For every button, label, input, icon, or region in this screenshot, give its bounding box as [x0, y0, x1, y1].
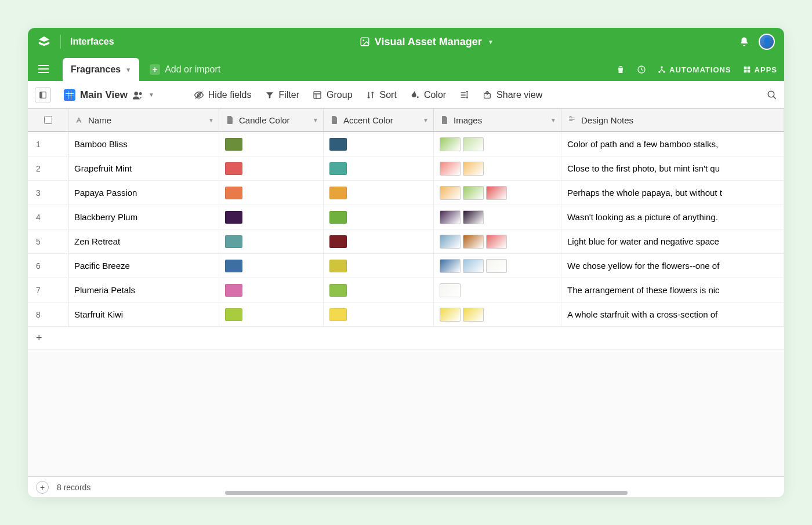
cell-design-notes[interactable]: Perhaps the whole papaya, but without t	[561, 181, 784, 205]
automations-button[interactable]: AUTOMATIONS	[658, 65, 731, 74]
chevron-down-icon[interactable]: ▼	[423, 117, 429, 123]
cell-accent-color[interactable]	[324, 156, 434, 180]
image-thumbnail[interactable]	[486, 235, 507, 249]
image-thumbnail[interactable]	[486, 259, 507, 273]
table-row[interactable]: 2Grapefruit MintClose to the first photo…	[28, 156, 784, 181]
cell-design-notes[interactable]: We chose yellow for the flowers--one of	[561, 254, 784, 278]
group-button[interactable]: Group	[312, 90, 352, 100]
tab-fragrances[interactable]: Fragrances ▼	[63, 58, 139, 81]
search-button[interactable]	[767, 90, 777, 100]
column-header-candle-color[interactable]: Candle Color ▼	[219, 109, 324, 131]
cell-design-notes[interactable]: Light blue for water and negative space	[561, 229, 784, 253]
horizontal-scrollbar[interactable]	[225, 491, 628, 495]
cell-images[interactable]	[434, 254, 561, 278]
hide-fields-button[interactable]: Hide fields	[194, 90, 252, 100]
cell-name[interactable]: Grapefruit Mint	[68, 156, 219, 180]
cell-accent-color[interactable]	[324, 302, 434, 326]
select-all-checkbox[interactable]	[44, 116, 52, 124]
chevron-down-icon[interactable]: ▼	[313, 117, 318, 123]
apps-button[interactable]: APPS	[743, 65, 777, 74]
cell-images[interactable]	[434, 156, 561, 180]
select-all-column[interactable]	[28, 109, 68, 131]
cell-accent-color[interactable]	[324, 181, 434, 205]
column-header-design-notes[interactable]: Design Notes	[561, 109, 784, 131]
base-title[interactable]: Visual Asset Manager ▼	[114, 36, 739, 48]
image-thumbnail[interactable]	[463, 235, 484, 249]
cell-images[interactable]	[434, 132, 561, 156]
cell-images[interactable]	[434, 205, 561, 229]
cell-images[interactable]	[434, 278, 561, 302]
cell-accent-color[interactable]	[324, 229, 434, 253]
image-thumbnail[interactable]	[440, 210, 461, 224]
cell-accent-color[interactable]	[324, 132, 434, 156]
table-row[interactable]: 6Pacific BreezeWe chose yellow for the f…	[28, 254, 784, 278]
color-button[interactable]: Color	[409, 90, 446, 100]
share-view-button[interactable]: Share view	[482, 90, 542, 100]
table-row[interactable]: 7Plumeria PetalsThe arrangement of these…	[28, 278, 784, 302]
image-thumbnail[interactable]	[440, 308, 461, 322]
add-record-button[interactable]: +	[36, 481, 49, 494]
table-row[interactable]: 3Papaya PassionPerhaps the whole papaya,…	[28, 181, 784, 205]
table-row[interactable]: 4Blackberry PlumWasn't looking as a pict…	[28, 205, 784, 229]
image-thumbnail[interactable]	[440, 235, 461, 249]
cell-design-notes[interactable]: The arrangement of these flowers is nic	[561, 278, 784, 302]
avatar[interactable]: 👤	[759, 34, 775, 50]
cell-images[interactable]	[434, 181, 561, 205]
chevron-down-icon[interactable]: ▼	[208, 117, 214, 123]
table-row[interactable]: 5Zen RetreatLight blue for water and neg…	[28, 229, 784, 254]
image-thumbnail[interactable]	[486, 186, 507, 200]
filter-button[interactable]: Filter	[264, 90, 300, 100]
cell-design-notes[interactable]: Close to the first photo, but mint isn't…	[561, 156, 784, 180]
table-row[interactable]: 8Starfruit KiwiA whole starfruit with a …	[28, 302, 784, 327]
column-header-accent-color[interactable]: Accent Color ▼	[324, 109, 434, 131]
cell-accent-color[interactable]	[324, 278, 434, 302]
image-thumbnail[interactable]	[463, 186, 484, 200]
image-thumbnail[interactable]	[440, 137, 461, 151]
image-thumbnail[interactable]	[463, 162, 484, 176]
cell-name[interactable]: Starfruit Kiwi	[68, 302, 219, 326]
cell-name[interactable]: Papaya Passion	[68, 181, 219, 205]
cell-images[interactable]	[434, 302, 561, 326]
sort-button[interactable]: Sort	[365, 90, 397, 100]
cell-candle-color[interactable]	[219, 156, 324, 180]
row-height-button[interactable]	[459, 90, 469, 100]
image-thumbnail[interactable]	[440, 162, 461, 176]
cell-candle-color[interactable]	[219, 302, 324, 326]
cell-design-notes[interactable]: Color of path and a few bamboo stalks,	[561, 132, 784, 156]
cell-candle-color[interactable]	[219, 132, 324, 156]
collapse-sidebar-button[interactable]	[35, 87, 51, 103]
cell-name[interactable]: Zen Retreat	[68, 229, 219, 253]
app-logo-icon[interactable]	[37, 35, 51, 49]
cell-candle-color[interactable]	[219, 205, 324, 229]
table-row[interactable]: 1Bamboo BlissColor of path and a few bam…	[28, 132, 784, 156]
cell-name[interactable]: Blackberry Plum	[68, 205, 219, 229]
image-thumbnail[interactable]	[463, 137, 484, 151]
cell-candle-color[interactable]	[219, 229, 324, 253]
bell-icon[interactable]	[739, 37, 749, 47]
image-thumbnail[interactable]	[463, 308, 484, 322]
cell-candle-color[interactable]	[219, 254, 324, 278]
cell-accent-color[interactable]	[324, 205, 434, 229]
chevron-down-icon[interactable]: ▼	[550, 117, 556, 123]
cell-candle-color[interactable]	[219, 278, 324, 302]
chevron-down-icon[interactable]: ▼	[125, 67, 131, 73]
cell-design-notes[interactable]: A whole starfruit with a cross-section o…	[561, 302, 784, 326]
image-thumbnail[interactable]	[463, 210, 484, 224]
column-header-images[interactable]: Images ▼	[434, 109, 561, 131]
image-thumbnail[interactable]	[463, 259, 484, 273]
trash-icon[interactable]	[616, 65, 625, 74]
cell-candle-color[interactable]	[219, 181, 324, 205]
cell-name[interactable]: Plumeria Petals	[68, 278, 219, 302]
view-switcher[interactable]: Main View ▼	[64, 89, 154, 101]
image-thumbnail[interactable]	[440, 283, 461, 297]
menu-icon[interactable]	[35, 60, 52, 78]
add-or-import-button[interactable]: + Add or import	[150, 58, 220, 81]
cell-name[interactable]: Pacific Breeze	[68, 254, 219, 278]
history-icon[interactable]	[637, 65, 646, 74]
cell-accent-color[interactable]	[324, 254, 434, 278]
cell-name[interactable]: Bamboo Bliss	[68, 132, 219, 156]
interfaces-link[interactable]: Interfaces	[70, 37, 114, 47]
add-row-button[interactable]: +	[28, 327, 784, 350]
cell-design-notes[interactable]: Wasn't looking as a picture of anything.	[561, 205, 784, 229]
cell-images[interactable]	[434, 229, 561, 253]
